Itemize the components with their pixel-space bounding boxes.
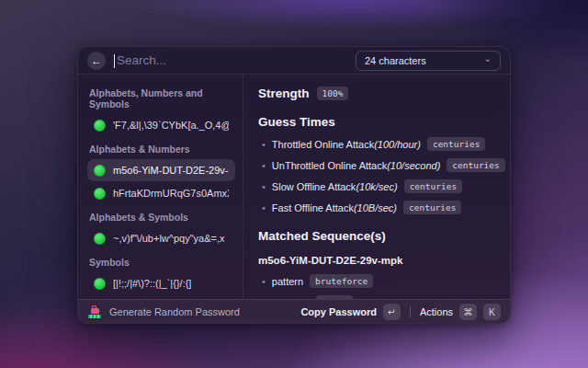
password-text: m5o6-YiM-DUT-D2E-29v-mpk (113, 165, 229, 176)
strength-heading: Strength (258, 86, 310, 100)
detail-panel: Strength 100% Guess Times •Throttled Onl… (243, 75, 510, 299)
cmd-key-icon: ⌘ (459, 304, 477, 320)
command-title: Generate Random Password (109, 306, 240, 317)
time-badge: centuries (404, 179, 462, 193)
footer-left: Generate Random Password (87, 305, 240, 318)
attack-label: Slow Offline Attack(10k/sec) (272, 181, 398, 192)
time-badge: centuries (403, 201, 461, 214)
main-content: Alphabets, Numbers and Symbols'F7,&l|,\3… (78, 75, 510, 299)
bullet-icon: • (262, 276, 266, 287)
enter-key-icon: ↵ (383, 304, 401, 320)
password-dot-icon (94, 278, 106, 290)
footer-bar: Generate Random Password Copy Password ↵… (78, 299, 510, 323)
password-text: [|!;;/|#\)?::(|_`|{}/:{] (113, 278, 191, 289)
password-list: Alphabets, Numbers and Symbols'F7,&l|,\3… (78, 75, 243, 299)
password-list-item[interactable]: ~,v)f"\/ub+lw^pqy"ya&=,x (87, 227, 235, 249)
copy-password-label: Copy Password (300, 306, 377, 317)
password-list-item[interactable]: [|!;;/|#\)?::(|_`|{}/:{] (87, 272, 235, 294)
guess-times-heading: Guess Times (258, 115, 495, 129)
section-header: Symbols (89, 257, 233, 268)
matched-sequences-heading: Matched Sequence(s) (258, 229, 495, 243)
actions-button[interactable]: Actions (420, 306, 453, 317)
k-key-icon: K (483, 304, 501, 320)
password-dot-icon (94, 233, 106, 245)
guess-time-row: •UnThrottled Online Attack(10/second)cen… (262, 158, 495, 172)
prop-value-badge: bruteforce (310, 274, 373, 288)
guess-time-row: •Fast Offline Attack(10B/sec)centuries (262, 201, 495, 214)
bullet-icon: • (262, 160, 266, 171)
attack-label: Fast Offline Attack(10B/sec) (272, 202, 397, 213)
matched-prop-row: •patternbruteforce (262, 274, 495, 288)
copy-password-button[interactable]: Copy Password (300, 306, 377, 317)
footer-divider (410, 306, 411, 317)
topbar: ← 24 characters ⌄ (78, 47, 510, 75)
password-lock-icon (87, 305, 102, 318)
section-header: Alphabets & Symbols (89, 212, 233, 223)
back-button[interactable]: ← (87, 52, 106, 70)
bullet-icon: • (262, 181, 266, 192)
matched-password: m5o6-YiM-DUT-D2E-29v-mpk (258, 255, 495, 266)
attack-rate: (100/hour) (374, 139, 421, 150)
password-text: hFrtaKDrmURqG7s0AmxXBW24 (113, 188, 229, 199)
password-list-item[interactable]: 'F7,&l|,\39`CYbK[a._O,4@ (87, 114, 235, 136)
password-dot-icon (94, 120, 106, 132)
password-dot-icon (94, 165, 106, 177)
password-dot-icon (94, 188, 106, 200)
password-list-item[interactable]: m5o6-YiM-DUT-D2E-29v-mpk (87, 159, 235, 181)
guess-time-row: •Throttled Online Attack(100/hour)centur… (262, 137, 495, 151)
dropdown-value: 24 characters (365, 55, 426, 66)
attack-label: UnThrottled Online Attack(10/second) (272, 160, 440, 171)
password-generator-window: ← 24 characters ⌄ Alphabets, Numbers and… (77, 46, 511, 324)
password-text: 'F7,&l|,\39`CYbK[a._O,4@ (113, 120, 229, 131)
guess-times-list: •Throttled Online Attack(100/hour)centur… (262, 137, 495, 214)
actions-label: Actions (420, 306, 453, 317)
password-list-item[interactable]: hFrtaKDrmURqG7s0AmxXBW24 (87, 182, 235, 204)
chevron-down-icon: ⌄ (484, 53, 492, 63)
footer-actions: Copy Password ↵ Actions ⌘ K (300, 304, 501, 320)
lock-body (91, 308, 99, 314)
attack-label: Throttled Online Attack(100/hour) (272, 139, 421, 150)
lock-base (88, 315, 101, 318)
strength-badge: 100% (317, 86, 349, 100)
bullet-icon: • (262, 139, 266, 150)
prop-label: pattern (272, 276, 303, 287)
search-field-wrap (114, 53, 347, 67)
text-caret (114, 54, 115, 68)
section-header: Alphabets, Numbers and Symbols (89, 87, 233, 109)
back-arrow-icon: ← (91, 52, 102, 70)
search-input[interactable] (114, 53, 347, 67)
time-badge: centuries (447, 158, 504, 172)
strength-row: Strength 100% (258, 86, 495, 100)
password-text: ~,v)f"\/ub+lw^pqy"ya&=,x (113, 233, 225, 244)
character-count-dropdown[interactable]: 24 characters ⌄ (356, 51, 501, 71)
attack-rate: (10B/sec) (354, 202, 397, 213)
attack-rate: (10k/sec) (356, 181, 397, 192)
guess-time-row: •Slow Offline Attack(10k/sec)centuries (262, 179, 495, 193)
time-badge: centuries (427, 137, 485, 151)
matched-props-list: •patternbruteforce•guesses1e+24 (262, 274, 495, 299)
attack-rate: (10/second) (387, 160, 440, 171)
bullet-icon: • (262, 202, 266, 213)
section-header: Alphabets & Numbers (89, 144, 233, 155)
